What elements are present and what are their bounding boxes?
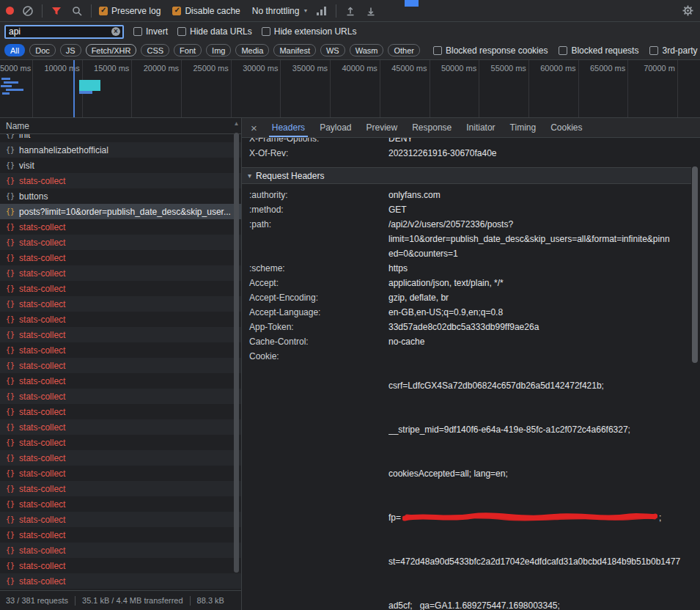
headers-content: X-Frame-Options: DENY X-Of-Rev: 20231226… — [242, 138, 691, 610]
invert-checkbox[interactable]: Invert — [133, 26, 168, 37]
network-conditions-icon[interactable] — [315, 4, 328, 18]
filter-chip[interactable]: Wasm — [350, 44, 384, 56]
filter-chip[interactable]: Font — [174, 44, 202, 56]
scroll-up-arrow-icon[interactable]: ▲ — [232, 120, 240, 128]
request-list-item[interactable]: {} stats-collect — [0, 327, 241, 342]
details-tab[interactable]: Initiator — [459, 118, 502, 137]
details-tab[interactable]: Payload — [312, 118, 358, 137]
request-name: stats-collect — [19, 576, 65, 587]
filter-icon[interactable] — [50, 4, 63, 18]
third-party-requests-checkbox[interactable]: 3rd-party requests — [649, 45, 700, 56]
preserve-log-checkbox[interactable]: Preserve log — [99, 6, 161, 16]
request-list-item[interactable]: {} stats-collect — [0, 281, 241, 296]
disable-cache-checkbox[interactable]: Disable cache — [172, 6, 240, 16]
request-list-item[interactable]: {} stats-collect — [0, 435, 241, 450]
request-list-item[interactable]: {} stats-collect — [0, 250, 241, 265]
filter-chip[interactable]: Other — [388, 44, 420, 56]
request-list-scrollbar[interactable]: ▲ — [232, 120, 240, 589]
filter-chip[interactable]: Media — [235, 44, 269, 56]
settings-gear-icon[interactable] — [681, 4, 694, 18]
record-button[interactable] — [6, 7, 14, 15]
request-list-item[interactable]: {} stats-collect — [0, 527, 241, 543]
filter-chip[interactable]: All — [4, 44, 25, 56]
filter-input[interactable]: api × — [4, 25, 124, 39]
clear-icon[interactable] — [21, 4, 34, 18]
filter-chip[interactable]: Manifest — [273, 44, 316, 56]
request-list-item[interactable]: {} stats-collect — [0, 312, 241, 327]
throttling-dropdown[interactable]: No throttling ▼ — [252, 6, 309, 16]
filter-chip[interactable]: CSS — [141, 44, 169, 56]
scrollbar-thumb[interactable] — [692, 166, 698, 363]
filter-chip[interactable]: Img — [206, 44, 231, 56]
import-har-icon[interactable] — [344, 4, 357, 18]
request-list-item[interactable]: {} stats-collect — [0, 481, 241, 496]
details-scrollbar[interactable] — [692, 140, 699, 609]
request-list-item[interactable]: {} stats-collect — [0, 450, 241, 466]
request-list-item[interactable]: {} stats-collect — [0, 558, 241, 573]
request-name: stats-collect — [19, 238, 65, 248]
request-list-item[interactable]: {} init — [0, 134, 241, 142]
search-icon[interactable] — [70, 4, 84, 18]
request-headers-section-header[interactable]: ▾ Request Headers — [242, 167, 691, 184]
timeline-label: 5000 ms — [0, 64, 31, 73]
details-tab[interactable]: Cookies — [543, 118, 589, 137]
request-name: stats-collect — [19, 453, 65, 463]
request-list-item[interactable]: {} hannahelizabethofficial — [0, 142, 241, 158]
clear-filter-icon[interactable]: × — [111, 27, 120, 36]
request-list-item[interactable]: {} stats-collect — [0, 173, 241, 188]
header-row: Accept-Encoding: gzip, deflate, br — [242, 290, 691, 305]
cookie-line: fp=; — [388, 510, 691, 525]
header-name: Cookie: — [242, 349, 388, 364]
details-tab[interactable]: Preview — [359, 118, 405, 137]
filter-chip[interactable]: Fetch/XHR — [86, 44, 137, 56]
waterfall-activity — [1, 85, 12, 87]
request-list-item[interactable]: {} visit — [0, 158, 241, 173]
filter-chip[interactable]: WS — [320, 44, 345, 56]
timeline-column: 40000 ms — [331, 60, 380, 117]
request-list-item[interactable]: {} stats-collect — [0, 219, 241, 235]
request-list-item[interactable]: {} stats-collect — [0, 373, 241, 389]
resource-type-filters: All Doc JS Fetch/XHR CSS Font Img Media … — [4, 44, 420, 56]
checkbox-box — [433, 46, 442, 55]
blocked-requests-checkbox[interactable]: Blocked requests — [559, 45, 638, 56]
request-name: stats-collect — [19, 468, 65, 479]
advanced-filter-group: Blocked response cookies Blocked request… — [433, 45, 700, 56]
request-list-item[interactable]: {} buttons — [0, 188, 241, 204]
request-list-item[interactable]: {} stats-collect — [0, 265, 241, 281]
blocked-response-cookies-checkbox[interactable]: Blocked response cookies — [433, 45, 548, 56]
name-column-header[interactable]: Name — [0, 118, 241, 134]
request-list-item[interactable]: {} stats-collect — [0, 543, 241, 558]
request-list-item[interactable]: {} stats-collect — [0, 573, 241, 589]
scrollbar-thumb[interactable] — [234, 133, 239, 573]
request-list-item[interactable]: {} stats-collect — [0, 404, 241, 419]
header-name: :authority: — [242, 188, 388, 202]
filter-chip[interactable]: Doc — [29, 44, 56, 56]
request-name: stats-collect — [19, 438, 65, 448]
header-value: csrf=LdfcGX4Sa72db06824c657db26a5d142472… — [388, 349, 691, 610]
request-list-item[interactable]: {} stats-collect — [0, 496, 241, 512]
request-list-item[interactable]: {} stats-collect — [0, 358, 241, 373]
details-tab[interactable]: Response — [405, 118, 459, 137]
details-tab[interactable]: Timing — [503, 118, 544, 137]
header-row: :scheme: https — [242, 261, 691, 276]
request-list-item[interactable]: {} stats-collect — [0, 235, 241, 250]
status-divider — [190, 596, 191, 606]
request-list-item[interactable]: {} stats-collect — [0, 342, 241, 358]
filter-chip[interactable]: JS — [60, 44, 81, 56]
timeline-column: 70000 m — [628, 60, 678, 117]
export-har-icon[interactable] — [364, 4, 377, 18]
request-list-item[interactable]: {} stats-collect — [0, 512, 241, 527]
request-list-item[interactable]: {} stats-collect — [0, 296, 241, 312]
hide-data-urls-checkbox[interactable]: Hide data URLs — [177, 26, 252, 37]
request-list-item[interactable]: {} stats-collect — [0, 419, 241, 435]
timeline-selection-cursor[interactable] — [73, 60, 75, 117]
network-overview-timeline[interactable]: 5000 ms 10000 ms 15000 ms 20000 ms 25000… — [0, 60, 700, 118]
close-icon[interactable]: × — [251, 122, 257, 134]
hide-extension-urls-checkbox[interactable]: Hide extension URLs — [262, 26, 357, 37]
request-list-item[interactable]: {} posts?limit=10&order=publish_date_des… — [0, 204, 241, 219]
details-tab[interactable]: Headers — [265, 118, 312, 137]
resource-type-bar: All Doc JS Fetch/XHR CSS Font Img Media … — [0, 41, 700, 60]
request-name: stats-collect — [19, 253, 65, 263]
request-list-item[interactable]: {} stats-collect — [0, 389, 241, 404]
request-list-item[interactable]: {} stats-collect — [0, 466, 241, 481]
